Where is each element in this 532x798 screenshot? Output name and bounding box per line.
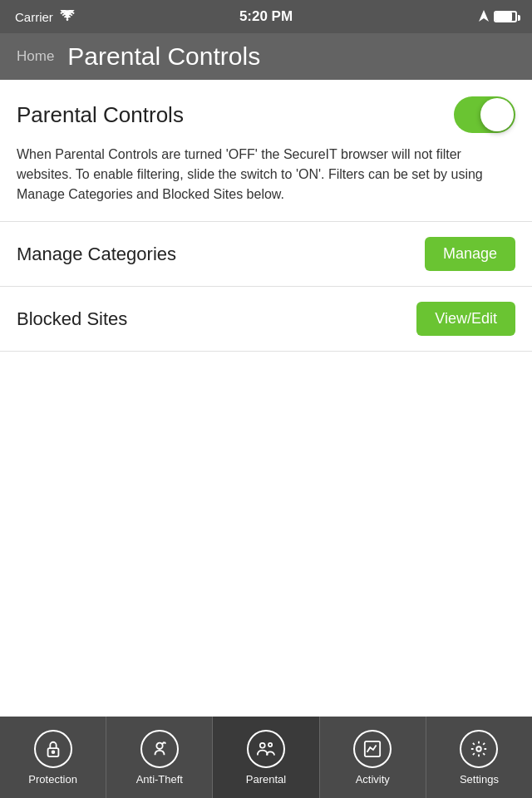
protection-icon: [34, 730, 72, 768]
svg-point-6: [268, 742, 272, 746]
time-display: 5:20 PM: [239, 8, 293, 25]
tab-parental[interactable]: Parental: [213, 717, 319, 798]
activity-icon: [353, 730, 392, 768]
location-icon: [479, 10, 489, 24]
toggle-row: Parental Controls: [17, 96, 515, 133]
tab-protection-label: Protection: [28, 773, 77, 786]
manage-categories-label: Manage Categories: [17, 244, 176, 265]
battery-icon: [494, 11, 517, 22]
toggle-description: When Parental Controls are turned 'OFF' …: [17, 145, 515, 204]
toggle-section: Parental Controls When Parental Controls…: [0, 80, 532, 222]
toggle-section-title: Parental Controls: [17, 102, 184, 128]
anti-theft-icon: [140, 730, 179, 768]
settings-icon: [460, 730, 498, 768]
tab-settings[interactable]: Settings: [426, 717, 532, 798]
tab-anti-theft-label: Anti-Theft: [136, 773, 183, 786]
page-title: Parental Controls: [67, 42, 260, 71]
tab-parental-label: Parental: [246, 773, 286, 786]
tab-protection[interactable]: Protection: [0, 717, 106, 798]
tab-bar: Protection Anti-Theft Parental: [0, 717, 532, 798]
blocked-sites-button[interactable]: View/Edit: [416, 302, 515, 336]
tab-settings-label: Settings: [460, 773, 499, 786]
svg-point-8: [477, 746, 482, 751]
carrier-label: Carrier: [15, 10, 53, 24]
svg-point-3: [52, 751, 54, 753]
svg-point-5: [260, 742, 265, 747]
blocked-sites-row: Blocked Sites View/Edit: [0, 287, 532, 352]
wifi-icon: [60, 10, 75, 24]
nav-bar: Home Parental Controls: [0, 33, 532, 80]
content-area: Parental Controls When Parental Controls…: [0, 80, 532, 352]
back-button[interactable]: Home: [17, 48, 54, 65]
tab-activity[interactable]: Activity: [320, 717, 426, 798]
manage-categories-row: Manage Categories Manage: [0, 222, 532, 287]
svg-marker-1: [479, 10, 489, 22]
status-bar: Carrier 5:20 PM: [0, 0, 532, 33]
manage-categories-button[interactable]: Manage: [425, 237, 515, 271]
blocked-sites-label: Blocked Sites: [17, 308, 127, 330]
svg-point-0: [66, 18, 68, 21]
tab-activity-label: Activity: [356, 773, 390, 786]
toggle-knob: [480, 98, 514, 131]
parental-controls-toggle[interactable]: [454, 96, 515, 133]
tab-anti-theft[interactable]: Anti-Theft: [106, 717, 213, 798]
parental-icon: [247, 730, 285, 768]
